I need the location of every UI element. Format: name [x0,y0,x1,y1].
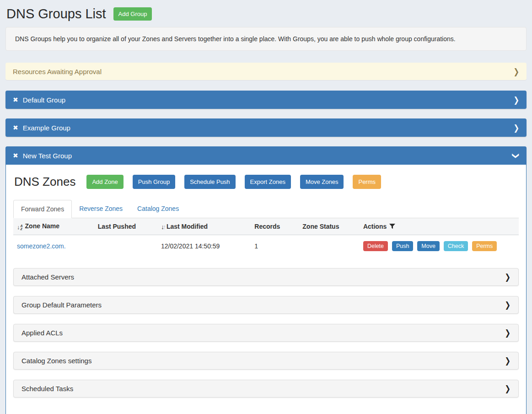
remove-group-icon[interactable]: ✖ [13,97,18,103]
panel-resources-awaiting-approval[interactable]: Resources Awaiting Approval ❯ [5,63,527,80]
panel-label: Scheduled Tasks [21,385,505,392]
move-zone-button[interactable]: Move [417,241,440,251]
column-header-zone-status: Zone Status [299,218,360,235]
zones-header: DNS Zones Add Zone Push Group Schedule P… [13,175,519,189]
delete-zone-button[interactable]: Delete [363,241,388,251]
panel-label: Group Default Parameters [21,301,505,309]
remove-group-icon[interactable]: ✖ [13,152,18,159]
sort-icon: ↓↑ [161,223,165,231]
column-header-zone-name[interactable]: ↓AZZone Name [13,218,94,235]
panel-applied-acls[interactable]: Applied ACLs ❯ [13,324,519,342]
group-header-example-group[interactable]: ✖ Example Group ❯ [5,118,527,137]
panel-catalog-zones-settings[interactable]: Catalog Zones settings ❯ [13,352,519,370]
panel-label: Attached Servers [21,273,505,281]
last-pushed-cell [94,235,157,258]
push-zone-button[interactable]: Push [392,241,414,251]
group-name-label: Default Group [23,96,514,104]
move-zones-button[interactable]: Move Zones [300,175,344,189]
last-modified-cell: 12/02/2021 14:50:59 [157,235,251,258]
chevron-right-icon: ❯ [505,272,511,282]
zones-heading: DNS Zones [14,175,75,189]
chevron-right-icon: ❯ [505,328,511,338]
tab-reverse-zones[interactable]: Reverse Zones [72,200,130,218]
zones-table-header-row: ↓AZZone Name Last Pushed ↓↑Last Modified… [13,218,519,235]
sort-alpha-down-icon: ↓AZ [17,224,23,231]
group-name-label: Example Group [23,124,514,132]
column-header-records: Records [251,218,299,235]
column-header-actions: Actions [360,218,519,235]
schedule-push-button[interactable]: Schedule Push [184,175,235,189]
panel-scheduled-tasks[interactable]: Scheduled Tasks ❯ [13,380,519,398]
export-zones-button[interactable]: Export Zones [245,175,291,189]
chevron-down-icon: ❯ [513,152,520,159]
zones-table: ↓AZZone Name Last Pushed ↓↑Last Modified… [13,218,519,258]
page-title: DNS Groups List [6,6,106,22]
chevron-right-icon: ❯ [513,67,519,75]
actions-cell: Delete Push Move Check Perms [360,235,519,258]
panel-group-default-parameters[interactable]: Group Default Parameters ❯ [13,296,519,314]
chevron-right-icon: ❯ [513,96,519,104]
page-header: DNS Groups List Add Group [6,6,526,22]
panel-label: Applied ACLs [21,329,505,337]
push-group-button[interactable]: Push Group [133,175,175,189]
tab-forward-zones[interactable]: Forward Zones [13,200,72,218]
chevron-right-icon: ❯ [513,124,519,132]
records-cell: 1 [251,235,299,258]
intro-well: DNS Groups help you to organize all of y… [5,27,527,51]
dns-groups-page: DNS Groups List Add Group DNS Groups hel… [0,0,532,414]
column-header-last-pushed: Last Pushed [94,218,157,235]
add-group-button[interactable]: Add Group [113,7,152,21]
zone-table-row: somezone2.com. 12/02/2021 14:50:59 1 Del… [13,235,519,258]
zone-perms-button[interactable]: Perms [472,241,497,251]
add-zone-button[interactable]: Add Zone [86,175,123,189]
zones-tabs: Forward Zones Reverse Zones Catalog Zone… [13,200,519,218]
zone-status-cell [299,235,360,258]
chevron-right-icon: ❯ [505,300,511,310]
tab-catalog-zones[interactable]: Catalog Zones [130,200,186,218]
intro-text: DNS Groups help you to organize all of y… [15,35,456,43]
group-name-label: New Test Group [23,152,514,160]
group-header-new-test-group[interactable]: ✖ New Test Group ❯ [5,146,527,165]
chevron-right-icon: ❯ [505,356,511,366]
remove-group-icon[interactable]: ✖ [13,124,18,131]
group-header-default-group[interactable]: ✖ Default Group ❯ [5,91,527,109]
panel-attached-servers[interactable]: Attached Servers ❯ [13,268,519,286]
panel-resources-label: Resources Awaiting Approval [13,68,513,75]
zone-name-link[interactable]: somezone2.com. [17,242,66,250]
zone-name-cell: somezone2.com. [13,235,94,258]
filter-icon[interactable] [389,223,395,229]
group-body-new-test-group: DNS Zones Add Zone Push Group Schedule P… [5,165,527,414]
check-zone-button[interactable]: Check [444,241,468,251]
column-header-last-modified[interactable]: ↓↑Last Modified [157,218,251,235]
chevron-right-icon: ❯ [505,384,511,394]
panel-label: Catalog Zones settings [21,357,505,365]
perms-button[interactable]: Perms [353,175,381,189]
